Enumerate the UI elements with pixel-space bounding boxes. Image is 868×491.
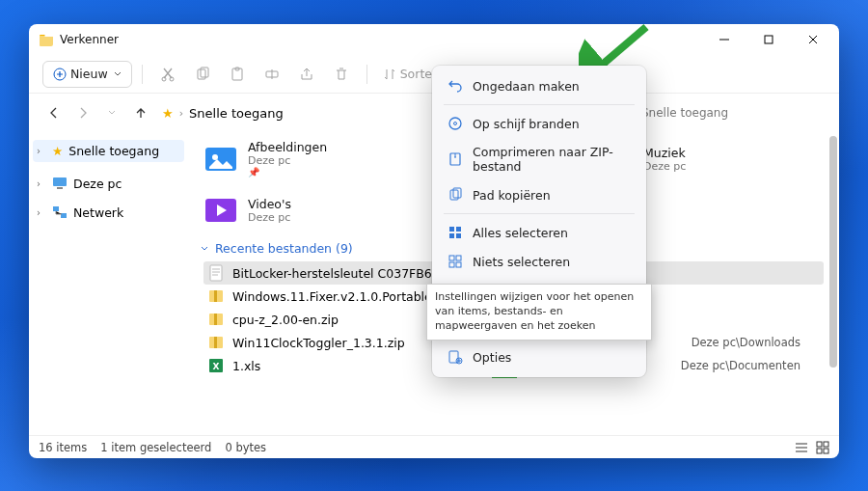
- separator: [142, 65, 143, 84]
- separator: [366, 65, 367, 84]
- chevron-down-icon: [200, 244, 209, 254]
- sidebar-item-label: Snelle toegang: [68, 144, 159, 158]
- file-name: Windows.11.Fixer.v2.1.0.Portable: [232, 289, 432, 304]
- search-placeholder: Snelle toegang: [641, 106, 728, 120]
- svg-rect-19: [214, 290, 217, 302]
- ctx-select-none[interactable]: Niets selecteren: [438, 247, 640, 276]
- svg-rect-9: [53, 177, 67, 186]
- copy-path-icon: [448, 187, 463, 203]
- pin-icon: 📌: [248, 167, 327, 177]
- paste-button[interactable]: [222, 61, 253, 88]
- statusbar: 16 items 1 item geselecteerd 0 bytes: [29, 435, 839, 458]
- chevron-right-icon[interactable]: ›: [37, 146, 41, 156]
- svg-rect-36: [456, 227, 461, 232]
- svg-rect-0: [765, 36, 773, 43]
- zip-file-icon: [207, 311, 225, 328]
- section-title: Recente bestanden (9): [215, 241, 353, 256]
- videos-folder-icon: [203, 193, 238, 228]
- svg-rect-10: [57, 187, 63, 189]
- sidebar-item-this-pc[interactable]: › Deze pc: [33, 172, 184, 195]
- sidebar-item-network[interactable]: › Netwerk: [33, 201, 184, 224]
- window-title: Verkenner: [60, 33, 119, 46]
- svg-text:X: X: [213, 362, 220, 371]
- details-view-icon[interactable]: [795, 441, 808, 454]
- forward-button[interactable]: [71, 101, 95, 124]
- ctx-options[interactable]: Opties: [438, 342, 640, 371]
- cut-button[interactable]: [152, 61, 183, 88]
- status-size: 0 bytes: [225, 441, 266, 454]
- ctx-label: Opties: [473, 350, 511, 365]
- scroll-thumb[interactable]: [829, 136, 837, 368]
- sidebar-item-label: Netwerk: [73, 205, 123, 220]
- svg-rect-27: [824, 442, 828, 447]
- sidebar-item-quick-access[interactable]: › ★ Snelle toegang: [33, 140, 184, 162]
- chevron-right-icon[interactable]: ›: [37, 178, 41, 189]
- scrollbar[interactable]: [827, 132, 837, 435]
- back-button[interactable]: [42, 101, 66, 124]
- ctx-label: Niets selecteren: [473, 255, 570, 269]
- titlebar: Verkenner: [29, 24, 839, 55]
- zip-file-icon: [207, 334, 225, 351]
- sidebar: › ★ Snelle toegang › Deze pc › Netwerk: [29, 132, 188, 435]
- ctx-label: Comprimeren naar ZIP-bestand: [473, 145, 631, 174]
- star-icon: ★: [162, 106, 174, 121]
- ctx-burn[interactable]: Op schijf branden: [438, 109, 640, 138]
- ctx-undo[interactable]: Ongedaan maken: [438, 71, 640, 100]
- folder-sub: Deze pc: [643, 160, 686, 173]
- svg-rect-41: [449, 262, 454, 267]
- breadcrumb[interactable]: ★ › Snelle toegang: [162, 106, 284, 121]
- disc-icon: [448, 116, 463, 131]
- svg-rect-40: [456, 256, 461, 260]
- network-icon: [52, 205, 68, 220]
- file-name: Win11ClockToggler_1.3.1.zip: [232, 336, 405, 350]
- folder-sub: Deze pc: [248, 154, 327, 167]
- ctx-label: Ongedaan maken: [473, 79, 580, 94]
- select-none-icon: [448, 254, 463, 269]
- separator: [444, 213, 635, 214]
- delete-button[interactable]: [326, 61, 357, 88]
- svg-rect-39: [449, 256, 454, 260]
- minimize-button[interactable]: [702, 24, 746, 55]
- recent-button[interactable]: [100, 101, 123, 124]
- ctx-copy-path[interactable]: Pad kopiëren: [438, 180, 640, 209]
- file-name: cpu-z_2.00-en.zip: [232, 313, 339, 327]
- up-button[interactable]: [129, 101, 152, 124]
- ctx-select-all[interactable]: Alles selecteren: [438, 218, 640, 247]
- tiles-view-icon[interactable]: [816, 441, 829, 454]
- rename-button[interactable]: [257, 61, 287, 88]
- folder-tile[interactable]: Afbeeldingen Deze pc 📌: [203, 140, 377, 177]
- select-all-icon: [448, 225, 463, 240]
- status-selected: 1 item geselecteerd: [100, 441, 211, 454]
- file-location: Deze pc\Documenten: [681, 359, 820, 372]
- chevron-right-icon[interactable]: ›: [37, 207, 41, 218]
- svg-rect-26: [817, 442, 822, 447]
- maximize-button[interactable]: [746, 24, 791, 55]
- svg-rect-21: [214, 314, 217, 325]
- file-name: 1.xls: [232, 359, 260, 373]
- monitor-icon: [52, 176, 68, 191]
- context-menu: Ongedaan maken Op schijf branden Comprim…: [432, 66, 646, 377]
- pictures-folder-icon: [203, 142, 238, 177]
- star-icon: ★: [52, 144, 63, 158]
- svg-rect-47: [449, 351, 458, 363]
- copy-button[interactable]: [187, 61, 218, 88]
- tooltip-text: Instellingen wijzigen voor het openen va…: [435, 290, 634, 332]
- ctx-label: Op schijf branden: [473, 117, 580, 131]
- zip-icon: [448, 151, 463, 167]
- chevron-down-icon: [114, 70, 122, 78]
- new-button[interactable]: Nieuw: [42, 61, 132, 88]
- svg-rect-29: [824, 449, 828, 453]
- search-input[interactable]: Snelle toegang: [633, 102, 826, 123]
- share-button[interactable]: [291, 61, 322, 88]
- options-icon: [448, 349, 463, 365]
- folder-sub: Deze pc: [248, 211, 291, 224]
- close-button[interactable]: [791, 24, 835, 55]
- folder-name: Muziek: [643, 146, 686, 160]
- ctx-zip[interactable]: Comprimeren naar ZIP-bestand: [438, 138, 640, 180]
- svg-rect-11: [53, 206, 59, 211]
- new-label: Nieuw: [70, 67, 108, 81]
- folder-tile[interactable]: Video's Deze pc: [203, 193, 377, 228]
- ctx-label: Pad kopiëren: [473, 188, 551, 203]
- breadcrumb-item[interactable]: Snelle toegang: [189, 106, 284, 121]
- svg-rect-35: [449, 227, 454, 232]
